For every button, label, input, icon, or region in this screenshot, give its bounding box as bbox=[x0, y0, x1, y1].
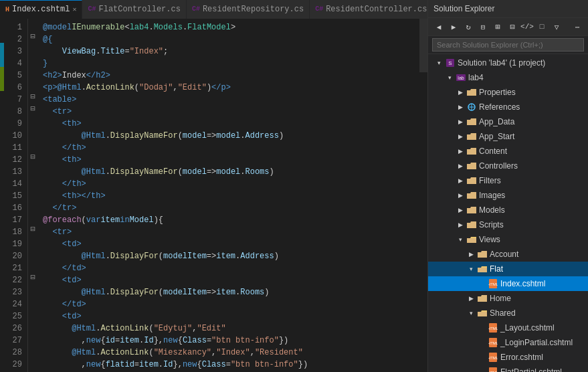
tab-resident-repository[interactable]: C# ResidentRepository.cs bbox=[187, 0, 310, 19]
code-line-13[interactable]: @Html.DisplayNameFor(model => model.Room… bbox=[37, 166, 419, 178]
expand-app-start[interactable]: ▶ bbox=[455, 133, 466, 140]
tree-item-layout[interactable]: HTML _Layout.cshtml bbox=[428, 320, 588, 335]
tree-item-loginpartial[interactable]: HTML _LoginPartial.cshtml bbox=[428, 335, 588, 350]
code-line-1[interactable]: @model IEnumerable<lab4.Models.FlatModel… bbox=[37, 21, 419, 33]
se-showall-btn[interactable]: ⊞ bbox=[491, 20, 504, 33]
se-collapse-btn[interactable]: ⊟ bbox=[506, 20, 519, 33]
expand-account[interactable]: ▶ bbox=[466, 251, 476, 258]
tree-item-flat[interactable]: ▾ Flat bbox=[428, 262, 588, 276]
expand-lab4[interactable]: ▾ bbox=[444, 74, 455, 81]
expand-home[interactable]: ▶ bbox=[466, 295, 476, 302]
code-line-3[interactable]: ViewBag.Title = "Index"; bbox=[37, 45, 419, 58]
ind-12[interactable]: ⊟ bbox=[28, 151, 37, 163]
code-line-8[interactable]: <tr> bbox=[37, 106, 419, 118]
expand-content[interactable]: ▶ bbox=[455, 148, 466, 155]
minimap-thumb[interactable] bbox=[419, 19, 427, 72]
code-line-10[interactable]: @Html.DisplayNameFor(model => model.Addr… bbox=[37, 130, 419, 142]
code-line-17[interactable]: @foreach (var item in Model) { bbox=[37, 214, 419, 226]
expand-controllers[interactable]: ▶ bbox=[455, 163, 466, 169]
tree-item-index-cshtml[interactable]: HTML Index.cshtml bbox=[428, 276, 588, 291]
tree-item-shared[interactable]: ▾ Shared bbox=[428, 306, 588, 320]
expand-flat[interactable]: ▾ bbox=[466, 266, 476, 272]
ind-2[interactable]: ⊟ bbox=[28, 31, 37, 43]
ind-7[interactable]: ⊟ bbox=[28, 91, 37, 103]
ind-18[interactable]: ⊟ bbox=[28, 223, 37, 236]
tree-item-images[interactable]: ▶ Images bbox=[428, 188, 588, 203]
code-lines[interactable]: @model IEnumerable<lab4.Models.FlatModel… bbox=[37, 19, 419, 372]
expand-views[interactable]: ▾ bbox=[455, 236, 466, 243]
se-designer-btn[interactable]: □ bbox=[535, 20, 549, 33]
code-line-28[interactable]: @Html.ActionLink("Mieszkancy", "Index", … bbox=[37, 347, 419, 359]
code-line-11[interactable]: </th> bbox=[37, 142, 419, 154]
tab-flat-controller[interactable]: C# FlatController.cs bbox=[82, 0, 186, 19]
se-search-box[interactable] bbox=[428, 36, 588, 54]
code-line-26[interactable]: @Html.ActionLink("Edytuj", "Edit" bbox=[37, 322, 419, 335]
se-viewcode-btn[interactable]: </> bbox=[520, 20, 534, 33]
code-line-29[interactable]: , new { flatid = item.Id }, new { Class … bbox=[37, 359, 419, 371]
ind-16 bbox=[28, 199, 37, 211]
code-line-6[interactable]: <p>@Html.ActionLink("Dodaj", "Edit")</p> bbox=[37, 82, 419, 94]
tree-item-views[interactable]: ▾ Views bbox=[428, 232, 588, 247]
se-refresh-btn[interactable]: ↻ bbox=[462, 20, 475, 33]
code-line-23[interactable]: @Html.DisplayFor(modelItem => item.Rooms… bbox=[37, 286, 419, 298]
code-line-21[interactable]: </td> bbox=[37, 262, 419, 274]
tree-item-properties[interactable]: ▶ Properties bbox=[428, 85, 588, 100]
code-line-7[interactable]: <table> bbox=[37, 94, 419, 106]
expand-loginpartial bbox=[476, 339, 487, 346]
tree-item-app-data[interactable]: ▶ App_Data bbox=[428, 114, 588, 129]
ln-2: 2 bbox=[11, 33, 22, 45]
ln-19: 19 bbox=[11, 238, 22, 250]
code-line-12[interactable]: <th> bbox=[37, 154, 419, 166]
tree-item-filters[interactable]: ▶ Filters bbox=[428, 173, 588, 188]
se-props-btn[interactable]: ⊟ bbox=[476, 20, 490, 33]
expand-error bbox=[476, 354, 487, 361]
ln-5: 5 bbox=[11, 70, 22, 82]
code-line-22[interactable]: <td> bbox=[37, 274, 419, 286]
code-line-27[interactable]: , new { id = item.Id }, new { Class = "b… bbox=[37, 335, 419, 347]
code-line-25[interactable]: <td> bbox=[37, 310, 419, 322]
expand-scripts[interactable]: ▶ bbox=[455, 221, 466, 228]
tree-item-solution[interactable]: ▾ S Solution 'lab4' (1 project) bbox=[428, 56, 588, 70]
code-line-2[interactable]: @{ bbox=[37, 33, 419, 45]
ind-22[interactable]: ⊟ bbox=[28, 272, 37, 284]
code-line-14[interactable]: </th> bbox=[37, 178, 419, 190]
se-forward-btn[interactable]: ▶ bbox=[447, 20, 460, 33]
tree-item-home[interactable]: ▶ Home bbox=[428, 291, 588, 306]
code-line-19[interactable]: <td> bbox=[37, 238, 419, 250]
expand-models[interactable]: ▶ bbox=[455, 207, 466, 213]
code-line-16[interactable]: </tr> bbox=[37, 202, 419, 214]
tree-item-content[interactable]: ▶ Content bbox=[428, 144, 588, 159]
expand-shared[interactable]: ▾ bbox=[466, 310, 476, 316]
se-search-input[interactable] bbox=[432, 38, 584, 52]
tree-item-references[interactable]: ▶ References bbox=[428, 100, 588, 114]
code-line-4[interactable]: } bbox=[37, 58, 419, 70]
tab-resident-controller[interactable]: C# ResidentController.cs bbox=[310, 0, 433, 19]
code-line-20[interactable]: @Html.DisplayFor(modelItem => item.Addre… bbox=[37, 250, 419, 262]
se-filter-btn[interactable]: ▽ bbox=[550, 20, 563, 33]
tree-item-app-start[interactable]: ▶ App_Start bbox=[428, 129, 588, 144]
expand-solution[interactable]: ▾ bbox=[433, 60, 444, 66]
tree-item-controllers[interactable]: ▶ Controllers bbox=[428, 159, 588, 173]
code-line-18[interactable]: <tr> bbox=[37, 226, 419, 238]
code-line-9[interactable]: <th> bbox=[37, 118, 419, 130]
code-line-15[interactable]: <th></th> bbox=[37, 190, 419, 202]
code-line-24[interactable]: </td> bbox=[37, 298, 419, 310]
se-more-btn[interactable]: ⋯ bbox=[571, 20, 584, 33]
expand-properties[interactable]: ▶ bbox=[455, 89, 466, 96]
tree-item-scripts[interactable]: ▶ Scripts bbox=[428, 217, 588, 232]
minimap[interactable] bbox=[419, 19, 427, 372]
expand-images[interactable]: ▶ bbox=[455, 192, 466, 199]
expand-filters[interactable]: ▶ bbox=[455, 177, 466, 184]
expand-references[interactable]: ▶ bbox=[455, 104, 466, 110]
tree-item-flatpartial[interactable]: HTML FlatPartial.cshtml bbox=[428, 365, 588, 372]
close-tab-btn[interactable]: ✕ bbox=[72, 5, 76, 13]
tree-item-lab4[interactable]: ▾ lab lab4 bbox=[428, 70, 588, 85]
tree-item-models[interactable]: ▶ Models bbox=[428, 203, 588, 217]
code-line-5[interactable]: <h2>Index</h2> bbox=[37, 70, 419, 82]
ind-8[interactable]: ⊟ bbox=[28, 103, 37, 115]
tree-item-error[interactable]: HTML Error.cshtml bbox=[428, 350, 588, 365]
se-back-btn[interactable]: ◀ bbox=[432, 20, 446, 33]
expand-app-data[interactable]: ▶ bbox=[455, 118, 466, 125]
tab-index-cshtml[interactable]: H Index.cshtml ✕ bbox=[0, 0, 82, 19]
tree-item-account[interactable]: ▶ Account bbox=[428, 247, 588, 262]
